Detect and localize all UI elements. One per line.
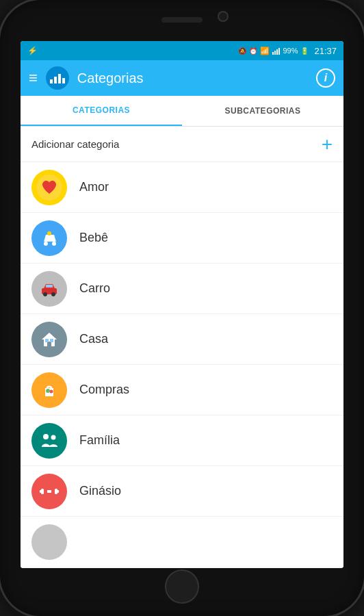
svg-rect-14 [50,339,53,342]
category-icon-casa [31,322,67,357]
wifi-icon: 📶 [260,47,270,55]
svg-rect-12 [47,342,51,346]
svg-point-16 [46,389,50,393]
svg-point-20 [51,435,56,439]
category-icon-compras [31,372,67,408]
status-right: 🔕 ⏰ 📶 99% 🔋 21:37 [238,46,337,56]
svg-rect-26 [56,490,59,493]
svg-point-27 [36,529,62,555]
category-name-casa: Casa [79,332,108,346]
battery-icon: 🔋 [300,47,309,55]
mute-icon: 🔕 [238,47,246,55]
category-icon-amor [31,170,67,205]
phone-frame: ⚡ 🔕 ⏰ 📶 99% 🔋 21:37 ≡ [0,0,364,616]
category-item-carro[interactable]: Carro [21,264,343,314]
info-button[interactable]: i [316,68,335,88]
category-icon-bebe [31,220,67,256]
alarm-icon: ⏰ [249,47,257,55]
tab-subcategorias[interactable]: SUBCATEGORIAS [182,96,343,126]
category-name-bebe: Bebê [79,231,108,245]
status-bar: ⚡ 🔕 ⏰ 📶 99% 🔋 21:37 [21,41,343,60]
category-name-ginasio: Ginásio [79,484,121,498]
screen: ⚡ 🔕 ⏰ 📶 99% 🔋 21:37 ≡ [21,41,343,568]
svg-point-4 [47,231,51,235]
svg-point-19 [43,434,49,439]
category-name-amor: Amor [79,180,109,194]
category-icon-carro [31,271,67,307]
signal-bars [272,47,280,55]
category-item-compras[interactable]: Compras [21,365,343,415]
category-item-ginasio[interactable]: Ginásio [21,466,343,517]
svg-point-2 [44,242,48,246]
app-icon [46,66,69,90]
battery-percent: 99% [283,47,298,55]
usb-icon: ⚡ [27,46,38,55]
category-item-familia[interactable]: Família [21,415,343,466]
add-category-row[interactable]: Adicionar categoria + [21,127,343,162]
category-item-partial[interactable] [21,517,343,567]
svg-point-17 [50,389,53,393]
status-left: ⚡ [27,46,38,55]
category-icon-partial [31,524,67,560]
add-category-label: Adicionar categoria [31,138,119,150]
home-button[interactable] [165,569,199,604]
time-display: 21:37 [314,46,337,56]
category-name-carro: Carro [79,281,110,296]
category-name-compras: Compras [79,383,129,397]
svg-point-3 [52,242,56,246]
category-item-casa[interactable]: Casa [21,314,343,365]
bar-chart-icon [50,73,65,84]
svg-rect-9 [46,285,53,287]
svg-point-8 [51,292,55,296]
add-category-icon[interactable]: + [322,135,333,154]
categories-list: Amor Bebê [21,162,343,568]
svg-rect-22 [47,490,51,493]
tab-categorias[interactable]: CATEGORIAS [21,96,182,126]
category-item-bebe[interactable]: Bebê [21,213,343,264]
menu-icon[interactable]: ≡ [29,69,38,87]
category-item-amor[interactable]: Amor [21,162,343,213]
svg-point-7 [43,292,47,296]
category-name-familia: Família [79,433,120,448]
svg-rect-13 [45,339,49,342]
category-icon-familia [31,423,67,459]
svg-point-18 [36,428,62,454]
tabs-bar: CATEGORIAS SUBCATEGORIAS [21,96,343,127]
svg-rect-24 [40,490,42,493]
category-icon-ginasio [31,474,67,509]
toolbar-title: Categorias [77,70,308,86]
toolbar: ≡ Categorias i [21,60,343,96]
